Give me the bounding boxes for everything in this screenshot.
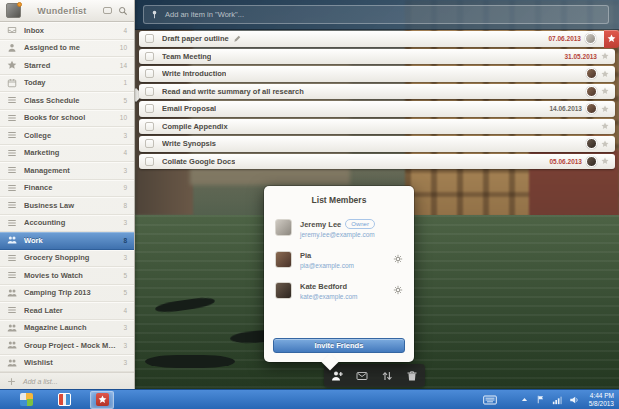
task-row[interactable]: Team Meeting 31.05.2013 [139, 49, 615, 65]
sidebar-item-inbox[interactable]: Inbox4 [0, 22, 134, 40]
add-item-input[interactable]: Add an item in "Work"... [143, 5, 609, 24]
task-row[interactable]: Write Synopsis [139, 136, 615, 152]
people-icon [7, 288, 17, 298]
task-checkbox[interactable] [145, 87, 154, 96]
list-icon [7, 253, 17, 263]
volume-icon[interactable] [569, 395, 579, 405]
task-row[interactable]: Collate Google Docs 05.06.2013 [139, 154, 615, 170]
star-icon[interactable] [601, 105, 609, 113]
count-badge: 3 [123, 219, 127, 226]
add-item-placeholder: Add an item in "Work"... [165, 10, 244, 19]
taskbar-app-button[interactable] [52, 391, 76, 409]
star-icon[interactable] [601, 87, 609, 95]
lists-toggle-icon[interactable] [103, 7, 112, 14]
sort-button[interactable] [381, 370, 393, 382]
sidebar-item-books-for-school[interactable]: Books for school10 [0, 110, 134, 128]
count-badge: 8 [123, 237, 127, 244]
task-checkbox[interactable] [145, 69, 154, 78]
member-email-link[interactable]: pia@example.com [300, 262, 393, 269]
starred-badge-icon[interactable] [604, 30, 619, 48]
app-icon [20, 393, 33, 406]
due-date: 05.06.2013 [549, 158, 582, 165]
sidebar-item-magazine-launch[interactable]: Magazine Launch3 [0, 320, 134, 338]
sidebar-item-assigned[interactable]: Assigned to me10 [0, 40, 134, 58]
sidebar-item-accounting[interactable]: Accounting3 [0, 215, 134, 233]
task-checkbox[interactable] [145, 122, 154, 131]
member-settings-gear-icon[interactable] [393, 285, 403, 295]
people-icon [7, 235, 17, 245]
task-checkbox[interactable] [145, 52, 154, 61]
task-row[interactable]: Draft paper outline 07.06.2013 [139, 31, 618, 47]
sidebar-item-today[interactable]: Today1 [0, 75, 134, 93]
list-icon [7, 200, 17, 210]
touch-keyboard-icon[interactable] [483, 395, 497, 405]
owner-badge: Owner [345, 219, 375, 229]
windows-taskbar: 4:44 PM 5/8/2013 [0, 389, 619, 409]
sidebar-item-business-law[interactable]: Business Law8 [0, 197, 134, 215]
task-row[interactable]: Email Proposal 14.06.2013 [139, 101, 615, 117]
taskbar-clock[interactable]: 4:44 PM 5/8/2013 [586, 392, 614, 408]
plus-icon [7, 377, 16, 386]
pin-icon [150, 9, 159, 20]
star-icon[interactable] [601, 157, 609, 165]
task-checkbox[interactable] [145, 104, 154, 113]
sidebar-item-class-schedule[interactable]: Class Schedule5 [0, 92, 134, 110]
member-avatar [275, 282, 292, 299]
task-checkbox[interactable] [145, 34, 154, 43]
language-flag-icon[interactable] [536, 395, 545, 404]
taskbar-wunderlist-button[interactable] [90, 391, 114, 409]
task-row[interactable]: Write Introduction [139, 66, 615, 82]
star-icon[interactable] [601, 70, 609, 78]
taskbar-app-button[interactable] [14, 391, 38, 409]
count-badge: 10 [120, 44, 127, 51]
task-checkbox[interactable] [145, 139, 154, 148]
sidebar-item-marketing[interactable]: Marketing4 [0, 145, 134, 163]
delete-button[interactable] [406, 370, 418, 382]
sidebar-item-group-project[interactable]: Group Project - Mock Marke...3 [0, 337, 134, 355]
popup-title: List Members [264, 186, 414, 205]
sidebar-item-wishlist[interactable]: Wishlist3 [0, 355, 134, 373]
sidebar-item-starred[interactable]: Starred14 [0, 57, 134, 75]
assignee-avatar [585, 33, 596, 44]
task-row[interactable]: Read and write summary of all research [139, 84, 615, 100]
member-email-link[interactable]: kate@example.com [300, 293, 393, 300]
count-badge: 14 [120, 62, 127, 69]
sidebar-item-college[interactable]: College3 [0, 127, 134, 145]
sidebar-item-grocery-shopping[interactable]: Grocery Shopping3 [0, 250, 134, 268]
sidebar-item-read-later[interactable]: Read Later4 [0, 302, 134, 320]
due-date: 14.06.2013 [549, 105, 582, 112]
show-hidden-icons-chevron[interactable] [520, 395, 529, 404]
list-icon [7, 95, 17, 105]
calendar-icon [7, 78, 17, 88]
member-row: Pia pia@example.com [264, 244, 414, 275]
member-settings-gear-icon[interactable] [393, 254, 403, 264]
invite-friends-button[interactable]: Invite Friends [273, 338, 405, 353]
email-list-button[interactable] [356, 370, 368, 382]
task-row[interactable]: Compile Appendix [139, 119, 615, 135]
add-list-button[interactable]: Add a list... [0, 372, 134, 389]
due-date: 31.05.2013 [564, 53, 597, 60]
task-checkbox[interactable] [145, 157, 154, 166]
star-icon[interactable] [601, 52, 609, 60]
list-icon [7, 165, 17, 175]
count-badge: 5 [123, 289, 127, 296]
sidebar-list: Inbox4 Assigned to me10 Starred14 Today1… [0, 22, 134, 372]
list-members-button[interactable] [331, 370, 343, 382]
sidebar-item-work[interactable]: Work8 [0, 232, 134, 250]
search-icon[interactable] [118, 6, 128, 16]
sidebar-header: Wunderlist [0, 0, 134, 22]
sidebar-item-finance[interactable]: Finance9 [0, 180, 134, 198]
sidebar-item-camping-trip[interactable]: Camping Trip 20135 [0, 285, 134, 303]
star-icon[interactable] [601, 122, 609, 130]
network-icon[interactable] [552, 395, 562, 405]
count-badge: 4 [123, 149, 127, 156]
member-email-link[interactable]: jeremy.lee@example.com [300, 231, 403, 238]
member-name: Pia [300, 251, 311, 260]
list-icon [7, 305, 17, 315]
account-avatar[interactable] [6, 3, 21, 18]
count-badge: 9 [123, 184, 127, 191]
sidebar-item-management[interactable]: Management3 [0, 162, 134, 180]
star-icon[interactable] [601, 140, 609, 148]
sidebar-item-movies-to-watch[interactable]: Movies to Watch5 [0, 267, 134, 285]
count-badge: 4 [123, 27, 127, 34]
